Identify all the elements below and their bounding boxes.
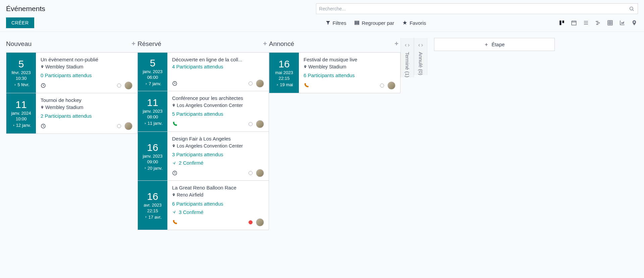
card-location: Wembley Stadium	[41, 64, 132, 70]
card-title: Tournoi de hockey	[41, 97, 132, 103]
card-title: Un évènement non-publié	[41, 57, 132, 62]
card-activity-icon[interactable]	[41, 123, 46, 129]
status-dot-icon[interactable]	[249, 122, 253, 126]
card-confirmed: 2 Confirmé	[172, 160, 264, 166]
card-day: 5	[18, 58, 24, 69]
groupby-label: Regrouper par	[362, 20, 394, 26]
card-attendees[interactable]: 5 Participants attendus	[172, 111, 264, 117]
card-attendees[interactable]: 0 Participants attendus	[41, 72, 132, 78]
status-dot-icon[interactable]	[117, 84, 121, 88]
view-pivot-icon[interactable]	[606, 19, 614, 26]
favorites-label: Favoris	[410, 20, 426, 26]
svg-rect-15	[597, 22, 600, 23]
card-date-block: 11 janv. 2023 08:00 11 janv.	[138, 91, 167, 131]
card-time: 09:00	[147, 159, 158, 164]
card-end-date: 17 avr.	[144, 215, 161, 220]
status-dot-icon[interactable]	[249, 81, 253, 86]
svg-rect-16	[596, 24, 598, 25]
card-title: Design Fair à Los Angeles	[172, 136, 264, 142]
avatar[interactable]	[256, 218, 264, 226]
card-day: 11	[15, 99, 26, 110]
search-icon[interactable]	[628, 5, 635, 12]
avatar[interactable]	[124, 81, 132, 90]
avatar[interactable]	[256, 120, 264, 128]
card-activity-icon[interactable]	[304, 83, 309, 88]
card-date-block: 16 janv. 2023 09:00 20 janv.	[138, 132, 167, 180]
card-activity-icon[interactable]	[172, 220, 177, 225]
event-card[interactable]: 11 janv. 2023 08:00 11 janv. Conférence …	[138, 91, 269, 132]
card-activity-icon[interactable]	[172, 170, 177, 176]
card-title: Conférence pour les architectes	[172, 95, 264, 101]
card-body: Conférence pour les architectes Los Ange…	[167, 91, 269, 131]
favorites-button[interactable]: Favoris	[402, 20, 426, 26]
card-activity-icon[interactable]	[172, 81, 177, 86]
card-date-block: 11 janv. 2024 10:00 12 janv.	[6, 93, 36, 133]
search-input[interactable]	[319, 6, 628, 11]
status-dot-icon[interactable]	[380, 84, 384, 88]
event-card[interactable]: 5 janv. 2023 06:00 7 janv. Découverte en…	[138, 52, 269, 91]
card-title: La Great Reno Balloon Race	[172, 185, 264, 190]
card-day: 16	[278, 58, 289, 69]
card-date-block: 5 janv. 2023 06:00 7 janv.	[138, 53, 167, 91]
add-stage-button[interactable]: Étape	[434, 38, 555, 51]
view-gantt-icon[interactable]	[594, 19, 602, 26]
folded-column[interactable]: Annulé (0)	[414, 38, 427, 75]
status-dot-icon[interactable]	[249, 220, 253, 224]
filters-label: Filtres	[333, 20, 346, 26]
kanban-board: Nouveau + 5 févr. 2023 10:30 5 févr. Un …	[0, 32, 644, 236]
card-attendees[interactable]: 3 Participants attendus	[172, 152, 264, 157]
card-attendees[interactable]: 6 Participants attendus	[172, 201, 264, 207]
card-month: févr. 2023	[11, 70, 31, 75]
card-body: Tournoi de hockey Wembley Stadium 2 Part…	[36, 93, 137, 133]
view-kanban-icon[interactable]	[558, 19, 566, 26]
card-activity-icon[interactable]	[41, 83, 46, 88]
card-day: 5	[150, 57, 156, 68]
view-map-icon[interactable]	[631, 19, 638, 26]
column-header: Nouveau +	[6, 38, 138, 52]
event-card[interactable]: 16 avr. 2023 22:15 17 avr. La Great Reno…	[138, 180, 269, 230]
card-body: La Great Reno Balloon Race Reno Airfield…	[167, 181, 269, 229]
event-card[interactable]: 16 janv. 2023 09:00 20 janv. Design Fair…	[138, 131, 269, 181]
folded-column-label: Annulé (0)	[418, 52, 424, 75]
column-title: Annoncé	[269, 40, 294, 48]
card-confirmed: 3 Confirmé	[172, 209, 264, 215]
avatar[interactable]	[256, 169, 264, 177]
card-end-date: 19 mai	[275, 82, 293, 87]
folded-column[interactable]: Terminé (1)	[400, 38, 414, 77]
card-location: Los Angeles Convention Center	[172, 102, 264, 108]
event-card[interactable]: 5 févr. 2023 10:30 5 févr. Un évènement …	[6, 52, 138, 93]
card-attendees[interactable]: 2 Participants attendus	[41, 113, 132, 119]
folded-column-label: Terminé (1)	[405, 52, 410, 77]
filters-button[interactable]: Filtres	[325, 20, 346, 26]
search-container[interactable]	[316, 3, 638, 14]
view-graph-icon[interactable]	[619, 19, 626, 26]
svg-line-1	[633, 10, 634, 11]
avatar[interactable]	[256, 79, 264, 88]
create-button[interactable]: CRÉER	[6, 17, 34, 28]
card-attendees[interactable]: 6 Participants attendus	[304, 72, 395, 78]
event-card[interactable]: 16 mai 2023 22:15 19 mai Festival de mus…	[269, 52, 400, 93]
avatar[interactable]	[124, 122, 132, 130]
groupby-button[interactable]: Regrouper par	[354, 20, 394, 26]
unfold-icon	[418, 43, 423, 48]
column-add-button[interactable]: +	[129, 40, 138, 48]
card-attendees[interactable]: 4 Participants attendus	[172, 64, 264, 69]
view-calendar-icon[interactable]	[570, 19, 578, 26]
view-list-icon[interactable]	[582, 19, 590, 26]
column-add-button[interactable]: +	[261, 40, 269, 48]
card-time: 10:00	[16, 116, 27, 121]
event-card[interactable]: 11 janv. 2024 10:00 12 janv. Tournoi de …	[6, 93, 138, 134]
control-panel-header: Événements CRÉER Filtres Regrouper par F…	[0, 0, 644, 32]
card-month: janv. 2023	[143, 69, 162, 74]
unfold-icon	[405, 43, 410, 48]
svg-rect-7	[572, 21, 576, 25]
kanban-column: Réservé + 5 janv. 2023 06:00 7 janv. Déc…	[138, 38, 269, 230]
column-add-button[interactable]: +	[392, 40, 400, 48]
column-header: Annoncé +	[269, 38, 400, 52]
status-dot-icon[interactable]	[117, 124, 121, 128]
avatar[interactable]	[387, 81, 395, 90]
svg-rect-17	[608, 20, 612, 25]
card-activity-icon[interactable]	[172, 121, 177, 127]
card-month: avr. 2023	[144, 203, 162, 208]
status-dot-icon[interactable]	[249, 171, 253, 175]
